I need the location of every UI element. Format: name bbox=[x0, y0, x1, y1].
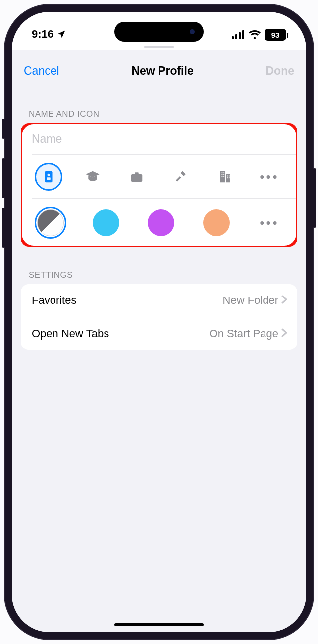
badge-icon[interactable] bbox=[35, 163, 62, 191]
cancel-button[interactable]: Cancel bbox=[24, 64, 59, 78]
svg-rect-18 bbox=[227, 176, 228, 177]
screen: 9:16 bbox=[12, 12, 306, 632]
svg-rect-19 bbox=[229, 176, 230, 177]
icon-picker-row: ••• bbox=[21, 155, 297, 198]
status-time: 9:16 bbox=[32, 28, 53, 41]
svg-rect-3 bbox=[242, 30, 244, 39]
svg-rect-0 bbox=[232, 36, 234, 39]
profile-name-input[interactable] bbox=[32, 132, 286, 146]
done-button[interactable]: Done bbox=[266, 64, 295, 78]
briefcase-icon[interactable] bbox=[123, 163, 151, 191]
color-orange[interactable] bbox=[201, 207, 232, 239]
svg-rect-21 bbox=[229, 177, 230, 178]
navbar: Cancel New Profile Done bbox=[12, 54, 306, 86]
location-arrow-icon bbox=[56, 29, 66, 39]
svg-rect-9 bbox=[176, 176, 181, 182]
svg-rect-13 bbox=[223, 172, 224, 173]
svg-rect-2 bbox=[239, 32, 241, 39]
color-default[interactable] bbox=[35, 207, 66, 239]
section-header-settings: SETTINGS bbox=[12, 247, 306, 284]
favorites-value: New Folder bbox=[223, 294, 278, 307]
open-new-tabs-row[interactable]: Open New Tabs On Start Page bbox=[21, 317, 297, 350]
more-icons-button[interactable]: ••• bbox=[256, 169, 283, 185]
page-title: New Profile bbox=[131, 64, 193, 78]
svg-rect-10 bbox=[220, 171, 225, 183]
section-header-name-icon: NAME AND ICON bbox=[12, 86, 306, 123]
phone-frame: 9:16 bbox=[5, 5, 313, 639]
graduation-cap-icon[interactable] bbox=[79, 163, 106, 191]
new-profile-sheet: Cancel New Profile Done NAME AND ICON bbox=[12, 54, 306, 632]
more-colors-button[interactable]: ••• bbox=[256, 215, 283, 231]
color-blue[interactable] bbox=[90, 207, 122, 239]
office-building-icon[interactable] bbox=[212, 163, 239, 191]
svg-point-5 bbox=[48, 174, 50, 176]
svg-rect-16 bbox=[221, 176, 222, 177]
hammer-icon[interactable] bbox=[167, 163, 195, 191]
svg-rect-15 bbox=[223, 174, 224, 175]
cellular-signal-icon bbox=[232, 30, 245, 39]
svg-rect-14 bbox=[221, 174, 222, 175]
favorites-label: Favorites bbox=[32, 294, 76, 307]
home-indicator[interactable] bbox=[114, 623, 204, 626]
svg-rect-20 bbox=[227, 177, 228, 178]
color-picker-row: ••• bbox=[21, 199, 297, 247]
svg-rect-7 bbox=[131, 174, 143, 182]
wifi-icon bbox=[249, 30, 261, 39]
favorites-row[interactable]: Favorites New Folder bbox=[21, 284, 297, 317]
svg-rect-12 bbox=[221, 172, 222, 173]
open-new-tabs-value: On Start Page bbox=[210, 327, 278, 340]
chevron-right-icon bbox=[281, 294, 287, 307]
svg-rect-8 bbox=[135, 172, 139, 175]
name-and-icon-card: ••• bbox=[21, 123, 297, 247]
svg-rect-17 bbox=[223, 176, 224, 177]
open-new-tabs-label: Open New Tabs bbox=[32, 327, 109, 340]
svg-rect-4 bbox=[45, 171, 53, 183]
svg-rect-6 bbox=[47, 177, 51, 180]
svg-rect-1 bbox=[235, 34, 237, 39]
chevron-right-icon bbox=[281, 327, 287, 340]
settings-card: Favorites New Folder Open New Tabs On St… bbox=[21, 284, 297, 350]
sheet-grab-area[interactable] bbox=[12, 42, 306, 50]
color-purple[interactable] bbox=[145, 207, 177, 239]
battery-indicator: 93 bbox=[265, 29, 286, 41]
dynamic-island bbox=[114, 22, 204, 42]
